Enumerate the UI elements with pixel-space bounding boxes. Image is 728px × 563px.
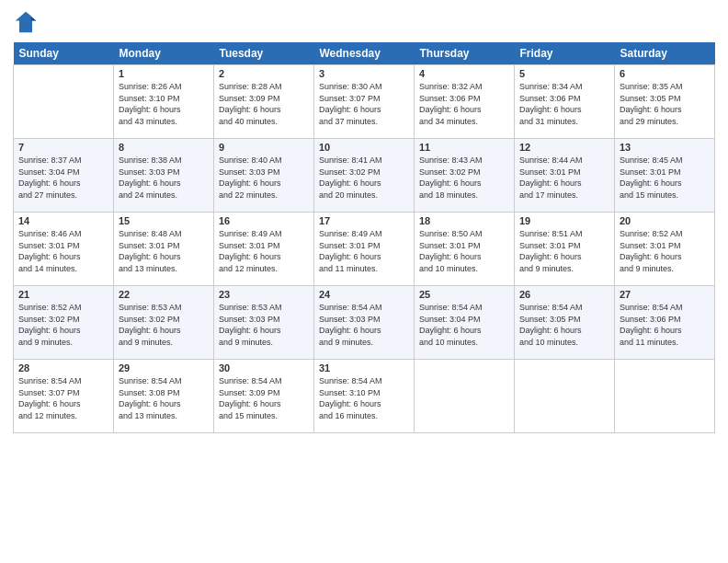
day-number: 4	[419, 68, 509, 79]
day-number: 6	[620, 68, 710, 79]
day-number: 27	[620, 289, 710, 300]
day-info: Sunrise: 8:53 AM Sunset: 3:03 PM Dayligh…	[219, 302, 309, 348]
day-number: 21	[18, 289, 108, 300]
calendar-cell: 9Sunrise: 8:40 AM Sunset: 3:03 PM Daylig…	[214, 139, 314, 213]
day-info: Sunrise: 8:54 AM Sunset: 3:10 PM Dayligh…	[319, 375, 409, 421]
day-number: 13	[620, 142, 710, 153]
calendar-cell: 4Sunrise: 8:32 AM Sunset: 3:06 PM Daylig…	[415, 65, 515, 139]
weekday-header-monday: Monday	[114, 42, 214, 65]
calendar-cell: 13Sunrise: 8:45 AM Sunset: 3:01 PM Dayli…	[615, 139, 715, 213]
calendar-cell	[14, 65, 114, 139]
day-number: 3	[319, 68, 409, 79]
day-info: Sunrise: 8:54 AM Sunset: 3:08 PM Dayligh…	[119, 375, 209, 421]
calendar-cell: 6Sunrise: 8:35 AM Sunset: 3:05 PM Daylig…	[615, 65, 715, 139]
calendar-table: SundayMondayTuesdayWednesdayThursdayFrid…	[13, 42, 715, 433]
day-info: Sunrise: 8:45 AM Sunset: 3:01 PM Dayligh…	[620, 155, 710, 201]
calendar-cell: 20Sunrise: 8:52 AM Sunset: 3:01 PM Dayli…	[615, 213, 715, 286]
calendar-cell: 24Sunrise: 8:54 AM Sunset: 3:03 PM Dayli…	[314, 286, 415, 360]
calendar-cell: 19Sunrise: 8:51 AM Sunset: 3:01 PM Dayli…	[515, 213, 615, 286]
weekday-header-sunday: Sunday	[14, 42, 114, 65]
day-info: Sunrise: 8:51 AM Sunset: 3:01 PM Dayligh…	[519, 228, 609, 274]
day-info: Sunrise: 8:54 AM Sunset: 3:04 PM Dayligh…	[419, 302, 509, 348]
calendar-container: SundayMondayTuesdayWednesdayThursdayFrid…	[0, 0, 728, 563]
header	[13, 9, 715, 35]
weekday-header-tuesday: Tuesday	[214, 42, 314, 65]
calendar-week-row: 1Sunrise: 8:26 AM Sunset: 3:10 PM Daylig…	[14, 65, 715, 139]
day-info: Sunrise: 8:35 AM Sunset: 3:05 PM Dayligh…	[620, 81, 710, 127]
day-number: 26	[519, 289, 609, 300]
calendar-cell: 14Sunrise: 8:46 AM Sunset: 3:01 PM Dayli…	[14, 213, 114, 286]
calendar-cell: 15Sunrise: 8:48 AM Sunset: 3:01 PM Dayli…	[114, 213, 214, 286]
day-number: 24	[319, 289, 409, 300]
calendar-cell	[615, 360, 715, 433]
calendar-cell: 22Sunrise: 8:53 AM Sunset: 3:02 PM Dayli…	[114, 286, 214, 360]
day-number: 14	[18, 215, 108, 226]
calendar-cell	[415, 360, 515, 433]
day-number: 30	[219, 362, 309, 373]
weekday-header-saturday: Saturday	[615, 42, 715, 65]
day-info: Sunrise: 8:54 AM Sunset: 3:05 PM Dayligh…	[519, 302, 609, 348]
day-info: Sunrise: 8:32 AM Sunset: 3:06 PM Dayligh…	[419, 81, 509, 127]
day-number: 18	[419, 215, 509, 226]
day-info: Sunrise: 8:28 AM Sunset: 3:09 PM Dayligh…	[219, 81, 309, 127]
day-info: Sunrise: 8:52 AM Sunset: 3:01 PM Dayligh…	[620, 228, 710, 274]
calendar-cell: 30Sunrise: 8:54 AM Sunset: 3:09 PM Dayli…	[214, 360, 314, 433]
calendar-cell: 17Sunrise: 8:49 AM Sunset: 3:01 PM Dayli…	[314, 213, 415, 286]
day-number: 10	[319, 142, 409, 153]
day-info: Sunrise: 8:54 AM Sunset: 3:07 PM Dayligh…	[18, 375, 108, 421]
day-info: Sunrise: 8:54 AM Sunset: 3:09 PM Dayligh…	[219, 375, 309, 421]
day-number: 25	[419, 289, 509, 300]
calendar-cell: 29Sunrise: 8:54 AM Sunset: 3:08 PM Dayli…	[114, 360, 214, 433]
day-info: Sunrise: 8:49 AM Sunset: 3:01 PM Dayligh…	[219, 228, 309, 274]
calendar-week-row: 14Sunrise: 8:46 AM Sunset: 3:01 PM Dayli…	[14, 213, 715, 286]
day-info: Sunrise: 8:26 AM Sunset: 3:10 PM Dayligh…	[119, 81, 209, 127]
calendar-cell: 2Sunrise: 8:28 AM Sunset: 3:09 PM Daylig…	[214, 65, 314, 139]
day-number: 28	[18, 362, 108, 373]
calendar-cell: 8Sunrise: 8:38 AM Sunset: 3:03 PM Daylig…	[114, 139, 214, 213]
calendar-body: 1Sunrise: 8:26 AM Sunset: 3:10 PM Daylig…	[14, 65, 715, 433]
calendar-cell: 25Sunrise: 8:54 AM Sunset: 3:04 PM Dayli…	[415, 286, 515, 360]
day-number: 31	[319, 362, 409, 373]
weekday-header-friday: Friday	[515, 42, 615, 65]
calendar-cell: 18Sunrise: 8:50 AM Sunset: 3:01 PM Dayli…	[415, 213, 515, 286]
logo-icon	[13, 9, 39, 35]
day-number: 19	[519, 215, 609, 226]
day-info: Sunrise: 8:53 AM Sunset: 3:02 PM Dayligh…	[119, 302, 209, 348]
day-info: Sunrise: 8:40 AM Sunset: 3:03 PM Dayligh…	[219, 155, 309, 201]
day-info: Sunrise: 8:54 AM Sunset: 3:06 PM Dayligh…	[620, 302, 710, 348]
calendar-cell: 7Sunrise: 8:37 AM Sunset: 3:04 PM Daylig…	[14, 139, 114, 213]
calendar-cell: 23Sunrise: 8:53 AM Sunset: 3:03 PM Dayli…	[214, 286, 314, 360]
day-number: 20	[620, 215, 710, 226]
day-number: 9	[219, 142, 309, 153]
day-number: 22	[119, 289, 209, 300]
weekday-header-row: SundayMondayTuesdayWednesdayThursdayFrid…	[14, 42, 715, 65]
day-info: Sunrise: 8:52 AM Sunset: 3:02 PM Dayligh…	[18, 302, 108, 348]
day-info: Sunrise: 8:37 AM Sunset: 3:04 PM Dayligh…	[18, 155, 108, 201]
calendar-cell: 10Sunrise: 8:41 AM Sunset: 3:02 PM Dayli…	[314, 139, 415, 213]
day-info: Sunrise: 8:48 AM Sunset: 3:01 PM Dayligh…	[119, 228, 209, 274]
day-number: 15	[119, 215, 209, 226]
calendar-cell: 16Sunrise: 8:49 AM Sunset: 3:01 PM Dayli…	[214, 213, 314, 286]
calendar-week-row: 7Sunrise: 8:37 AM Sunset: 3:04 PM Daylig…	[14, 139, 715, 213]
day-number: 8	[119, 142, 209, 153]
calendar-cell: 12Sunrise: 8:44 AM Sunset: 3:01 PM Dayli…	[515, 139, 615, 213]
day-number: 7	[18, 142, 108, 153]
day-info: Sunrise: 8:44 AM Sunset: 3:01 PM Dayligh…	[519, 155, 609, 201]
day-info: Sunrise: 8:30 AM Sunset: 3:07 PM Dayligh…	[319, 81, 409, 127]
calendar-cell: 3Sunrise: 8:30 AM Sunset: 3:07 PM Daylig…	[314, 65, 415, 139]
day-info: Sunrise: 8:54 AM Sunset: 3:03 PM Dayligh…	[319, 302, 409, 348]
day-info: Sunrise: 8:34 AM Sunset: 3:06 PM Dayligh…	[519, 81, 609, 127]
day-info: Sunrise: 8:46 AM Sunset: 3:01 PM Dayligh…	[18, 228, 108, 274]
calendar-cell: 5Sunrise: 8:34 AM Sunset: 3:06 PM Daylig…	[515, 65, 615, 139]
day-info: Sunrise: 8:50 AM Sunset: 3:01 PM Dayligh…	[419, 228, 509, 274]
weekday-header-wednesday: Wednesday	[314, 42, 415, 65]
calendar-cell: 27Sunrise: 8:54 AM Sunset: 3:06 PM Dayli…	[615, 286, 715, 360]
day-number: 17	[319, 215, 409, 226]
calendar-cell: 21Sunrise: 8:52 AM Sunset: 3:02 PM Dayli…	[14, 286, 114, 360]
day-info: Sunrise: 8:43 AM Sunset: 3:02 PM Dayligh…	[419, 155, 509, 201]
calendar-cell: 26Sunrise: 8:54 AM Sunset: 3:05 PM Dayli…	[515, 286, 615, 360]
calendar-header: SundayMondayTuesdayWednesdayThursdayFrid…	[14, 42, 715, 65]
calendar-week-row: 28Sunrise: 8:54 AM Sunset: 3:07 PM Dayli…	[14, 360, 715, 433]
day-number: 23	[219, 289, 309, 300]
svg-marker-0	[16, 12, 36, 32]
